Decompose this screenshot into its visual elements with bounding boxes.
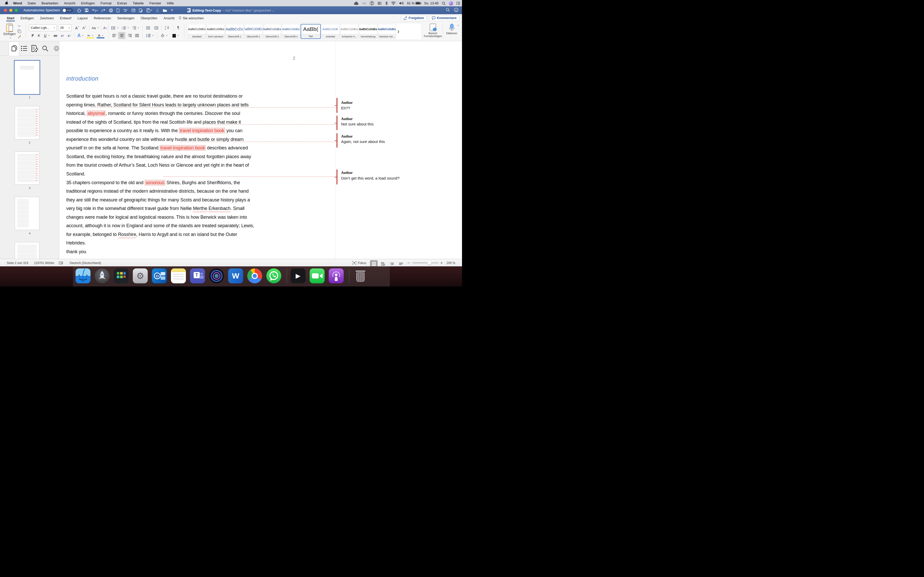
sort-button[interactable]: AZ xyxy=(163,24,172,31)
misspelled-text[interactable]: Rosshire xyxy=(118,232,136,237)
shading-button[interactable]: ˅ xyxy=(159,32,169,39)
body-text[interactable]: from the tourist crowds of Arthur’s Seat… xyxy=(66,163,249,168)
menu-item-format[interactable]: Format xyxy=(98,1,115,5)
search-icon[interactable] xyxy=(446,8,450,13)
dock-icon-word[interactable]: W xyxy=(228,268,243,283)
style-tile--berschrift-1[interactable]: AaBbCcDcÜberschrift 1 xyxy=(225,24,244,39)
menu-item-einfügen[interactable]: Einfügen xyxy=(78,1,97,5)
new-document-icon[interactable] xyxy=(116,8,120,12)
page-thumbnail-4[interactable] xyxy=(15,197,39,230)
body-text[interactable]: changes were made for logical and logist… xyxy=(66,214,247,220)
comment-author[interactable]: Author xyxy=(341,134,353,139)
focus-mode-button[interactable]: Fokus xyxy=(352,259,366,267)
spotlight-icon[interactable] xyxy=(442,2,446,5)
document-line[interactable]: very big role in the somewhat different … xyxy=(66,204,244,213)
document-line[interactable]: Scotland for quiet hours is not a classi… xyxy=(66,92,242,100)
dock-icon-music[interactable] xyxy=(209,268,224,283)
style-tile--berschrift-4[interactable]: AaBbCcDdEeÜberschrift 4 xyxy=(282,24,300,39)
body-text[interactable]: thank you xyxy=(66,249,86,254)
minimize-window-button[interactable] xyxy=(9,9,12,12)
comment-author[interactable]: Author xyxy=(341,117,353,121)
page-thumbnail-1[interactable] xyxy=(15,61,39,94)
zoom-out-button[interactable]: − xyxy=(407,259,410,267)
ribbon-tab-entwurf[interactable]: Entwurf xyxy=(57,14,74,22)
dock-icon-facetime[interactable] xyxy=(310,268,325,283)
body-text[interactable]: Scotland. xyxy=(66,171,85,176)
save-icon[interactable] xyxy=(85,8,89,12)
dock-icon-notes[interactable] xyxy=(171,268,186,283)
zoom-slider[interactable] xyxy=(412,259,438,267)
document-canvas[interactable]: 2 introduction Scotland for quiet hours … xyxy=(60,41,462,259)
wifi-icon[interactable] xyxy=(391,2,396,5)
zoom-window-button[interactable] xyxy=(15,9,18,12)
document-line[interactable]: from the tourist crowds of Arthur’s Seat… xyxy=(66,161,249,169)
dock-icon-tv[interactable]: ▶ xyxy=(291,268,305,283)
zoom-in-button[interactable]: + xyxy=(440,259,443,267)
body-text[interactable]: , romantic or funny stories through the … xyxy=(105,111,240,116)
document-line[interactable]: they are still the measure of geographic… xyxy=(66,195,250,204)
spelling-icon[interactable]: ABC xyxy=(123,8,128,12)
document-line[interactable]: account, although it is now in England a… xyxy=(66,221,254,230)
dock-icon-system-settings[interactable]: ⚙ xyxy=(133,268,148,283)
dictate-button[interactable]: ˅ Diktieren xyxy=(444,24,459,35)
comment-change-bar[interactable] xyxy=(336,169,338,184)
ribbon-tab-zeichnen[interactable]: Zeichnen xyxy=(37,14,57,22)
body-text[interactable]: . Small xyxy=(231,206,244,211)
clear-formatting-button[interactable]: A◇ xyxy=(102,25,109,31)
home-icon[interactable] xyxy=(77,8,81,12)
menu-item-extras[interactable]: Extras xyxy=(114,1,130,5)
autosave-toggle[interactable]: AUS xyxy=(62,8,73,12)
style-tile-untertitel[interactable]: AaBbCcDdEUntertitel xyxy=(321,24,339,39)
body-text[interactable]: , Harris to Argyll and is not an island … xyxy=(136,232,237,237)
body-text[interactable]: account, although it is now in England a… xyxy=(66,223,254,228)
review-document-icon[interactable] xyxy=(139,8,143,12)
style-tile--berschrift-3[interactable]: AaBbCcDdEeÜberschrift 3 xyxy=(263,24,281,39)
document-line[interactable]: instead of the sights of Scotland, tips … xyxy=(66,118,241,126)
align-right-button[interactable] xyxy=(126,32,133,39)
document-line[interactable]: thank you xyxy=(66,247,86,256)
body-text[interactable]: for example, belonged to xyxy=(66,232,118,237)
body-text[interactable]: opening times. Rather, Scotland for Sile… xyxy=(66,102,249,107)
volume-icon[interactable] xyxy=(399,2,404,5)
ribbon-tab-layout[interactable]: Layout xyxy=(74,14,91,22)
dock-icon-chrome[interactable] xyxy=(247,268,262,283)
comment-text[interactable]: Not sure about this xyxy=(341,122,373,126)
notification-center-icon[interactable] xyxy=(456,2,460,5)
ribbon-tab-einfügen[interactable]: Einfügen xyxy=(18,14,37,22)
menu-item-datei[interactable]: Datei xyxy=(25,1,39,5)
menu-item-bearbeiten[interactable]: Bearbeiten xyxy=(39,1,61,5)
dock-icon-app-grid[interactable] xyxy=(114,268,129,283)
menu-item-ansicht[interactable]: Ansicht xyxy=(61,1,78,5)
tracked-change-text[interactable]: travel inspiration book xyxy=(160,145,206,151)
dock-icon-trash[interactable] xyxy=(353,268,368,283)
body-text[interactable]: instead of the sights of Scotland, tips … xyxy=(66,119,241,125)
body-text[interactable]: historical, xyxy=(66,111,87,116)
highlight-color-button[interactable]: ✏˅ xyxy=(86,32,95,39)
show-comments-icon[interactable] xyxy=(131,9,135,12)
styles-gallery-more-button[interactable]: ❯ xyxy=(396,24,401,39)
body-text[interactable]: 35 chapters correspond to the old and xyxy=(66,180,145,185)
sidebar-tab-outline[interactable] xyxy=(19,41,29,56)
dock-icon-teams[interactable]: T xyxy=(190,268,205,283)
document-line[interactable]: opening times. Rather, Scotland for Sile… xyxy=(66,100,249,109)
line-spacing-button[interactable]: ˅ xyxy=(144,32,155,39)
tracked-change-text[interactable]: travel inspiration book xyxy=(179,128,225,134)
cut-button[interactable]: ✂ xyxy=(16,24,22,28)
style-tile-titel[interactable]: AaBb(Titel xyxy=(300,24,321,39)
borders-button[interactable]: ˅ xyxy=(170,32,181,39)
italic-button[interactable]: K xyxy=(36,32,42,39)
body-text[interactable]: you can xyxy=(225,128,242,133)
underline-button[interactable]: U˅ xyxy=(42,32,51,39)
feedback-smiley-icon[interactable] xyxy=(454,8,459,13)
ribbon-tab-überprüfen[interactable]: Überprüfen xyxy=(137,14,160,22)
sidebar-tab-pages[interactable] xyxy=(9,42,19,56)
airplay-radar-icon[interactable] xyxy=(362,1,366,5)
body-text[interactable]: describes advanced xyxy=(206,145,248,150)
align-left-button[interactable] xyxy=(111,32,118,39)
paragraph-marks-button[interactable]: ¶ xyxy=(175,24,181,31)
style-tile-hervorhebung[interactable]: AaBbCcDdEeHervorhebung xyxy=(359,24,377,39)
body-text[interactable]: traditional regions instead of the moder… xyxy=(66,189,249,194)
style-tile-standard[interactable]: AaBbCcDdEeStandard xyxy=(188,24,206,39)
body-text[interactable]: experience this wonderful country on sit… xyxy=(66,137,244,142)
paste-toolbar-icon[interactable] xyxy=(147,8,152,12)
